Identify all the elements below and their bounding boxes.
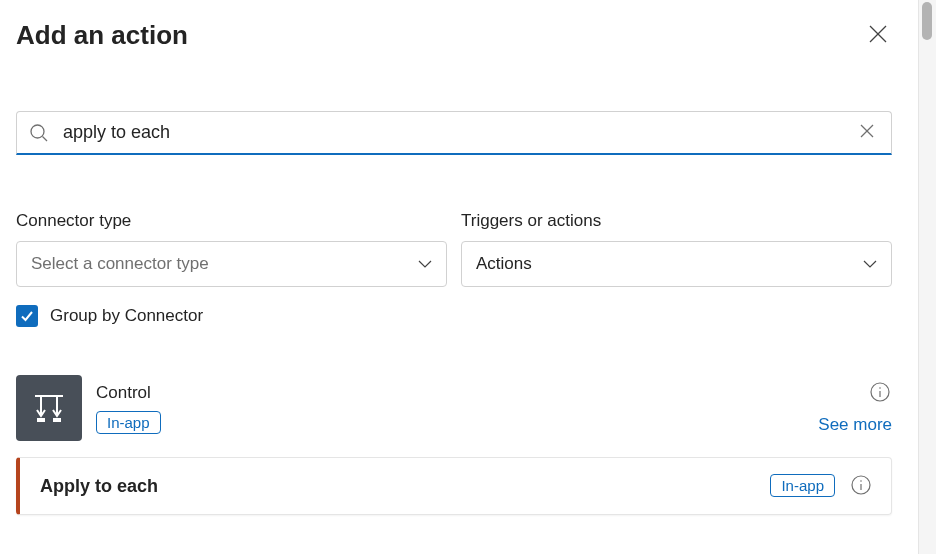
connector-group-header: Control In-app See more: [16, 375, 892, 441]
group-by-checkbox[interactable]: [16, 305, 38, 327]
clear-icon: [860, 124, 874, 141]
action-title: Apply to each: [40, 476, 770, 497]
filters-row: Connector type Select a connector type T…: [16, 211, 892, 287]
scrollbar[interactable]: [918, 0, 936, 554]
action-info-button[interactable]: [849, 474, 873, 498]
search-container: [16, 111, 892, 155]
search-box[interactable]: [16, 111, 892, 155]
connector-name: Control: [96, 383, 804, 403]
connector-type-label: Connector type: [16, 211, 447, 231]
see-more-button[interactable]: See more: [818, 415, 892, 435]
connector-info-button[interactable]: [868, 381, 892, 405]
connector-type-value: Select a connector type: [31, 254, 209, 274]
info-icon: [851, 475, 871, 498]
svg-point-2: [31, 125, 44, 138]
search-icon: [29, 123, 49, 143]
connector-type-filter: Connector type Select a connector type: [16, 211, 447, 287]
clear-search-button[interactable]: [855, 121, 879, 145]
triggers-actions-dropdown[interactable]: Actions: [461, 241, 892, 287]
chevron-down-icon: [418, 260, 432, 268]
search-input[interactable]: [63, 122, 855, 143]
check-icon: [20, 309, 34, 323]
svg-rect-9: [37, 418, 45, 422]
connector-meta: Control In-app: [96, 383, 804, 434]
group-by-label: Group by Connector: [50, 306, 203, 326]
action-apply-to-each[interactable]: Apply to each In-app: [16, 457, 892, 515]
add-action-panel: Add an action: [0, 0, 908, 554]
triggers-actions-label: Triggers or actions: [461, 211, 892, 231]
connector-actions: See more: [818, 381, 892, 435]
chevron-down-icon: [863, 260, 877, 268]
action-badge: In-app: [770, 474, 835, 497]
control-connector-icon: [16, 375, 82, 441]
svg-rect-10: [53, 418, 61, 422]
close-icon: [869, 25, 887, 46]
triggers-actions-filter: Triggers or actions Actions: [461, 211, 892, 287]
connector-badge: In-app: [96, 411, 161, 434]
panel-header: Add an action: [16, 20, 892, 51]
scrollbar-thumb[interactable]: [922, 2, 932, 40]
triggers-actions-value: Actions: [476, 254, 532, 274]
svg-point-12: [879, 387, 881, 389]
svg-line-3: [43, 136, 48, 141]
svg-point-15: [860, 480, 862, 482]
panel-title: Add an action: [16, 20, 188, 51]
group-by-row: Group by Connector: [16, 305, 892, 327]
action-right: In-app: [770, 474, 873, 498]
info-icon: [870, 382, 890, 405]
connector-type-dropdown[interactable]: Select a connector type: [16, 241, 447, 287]
close-button[interactable]: [864, 22, 892, 50]
